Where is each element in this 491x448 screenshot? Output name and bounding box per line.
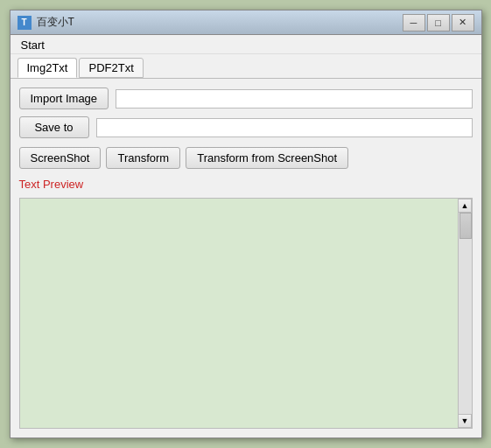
menu-bar: Start [11, 35, 481, 54]
close-button[interactable]: ✕ [452, 14, 474, 32]
transform-from-screenshot-button[interactable]: Transform from ScreenShot [186, 147, 348, 169]
save-to-row: Save to [19, 116, 473, 138]
preview-label: Text Preview [19, 178, 473, 191]
window-controls: ─ □ ✕ [403, 14, 474, 32]
import-image-button[interactable]: Import Image [19, 88, 109, 109]
action-buttons-row: ScreenShot Transform Transform from Scre… [19, 147, 473, 169]
scroll-up-arrow[interactable]: ▲ [458, 199, 472, 213]
window-body: Start Img2Txt PDF2Txt Import Image Save … [11, 35, 481, 438]
window-title: 百变小T [37, 15, 403, 30]
scroll-thumb[interactable] [459, 213, 472, 239]
scroll-track [459, 213, 472, 414]
app-icon: T [18, 16, 32, 30]
start-menu[interactable]: Start [18, 37, 48, 53]
scroll-down-arrow[interactable]: ▼ [458, 414, 472, 428]
tab-pdf2txt[interactable]: PDF2Txt [79, 58, 143, 78]
tab-row: Img2Txt PDF2Txt [11, 54, 481, 79]
import-image-field[interactable] [116, 89, 472, 108]
preview-scrollbar[interactable]: ▲ ▼ [458, 199, 472, 428]
content-area: Import Image Save to ScreenShot Transfor… [11, 79, 481, 438]
restore-button[interactable]: □ [427, 14, 450, 32]
transform-button[interactable]: Transform [106, 147, 180, 169]
minimize-button[interactable]: ─ [403, 14, 425, 32]
import-image-row: Import Image [19, 88, 473, 109]
main-window: T 百变小T ─ □ ✕ Start Img2Txt PDF2Txt Im [10, 10, 482, 438]
save-to-button[interactable]: Save to [19, 116, 89, 138]
text-preview-area: ▲ ▼ [19, 198, 473, 429]
tab-img2txt[interactable]: Img2Txt [18, 58, 78, 78]
title-bar: T 百变小T ─ □ ✕ [11, 10, 481, 35]
save-to-field[interactable] [96, 118, 473, 137]
screenshot-button[interactable]: ScreenShot [19, 147, 102, 169]
